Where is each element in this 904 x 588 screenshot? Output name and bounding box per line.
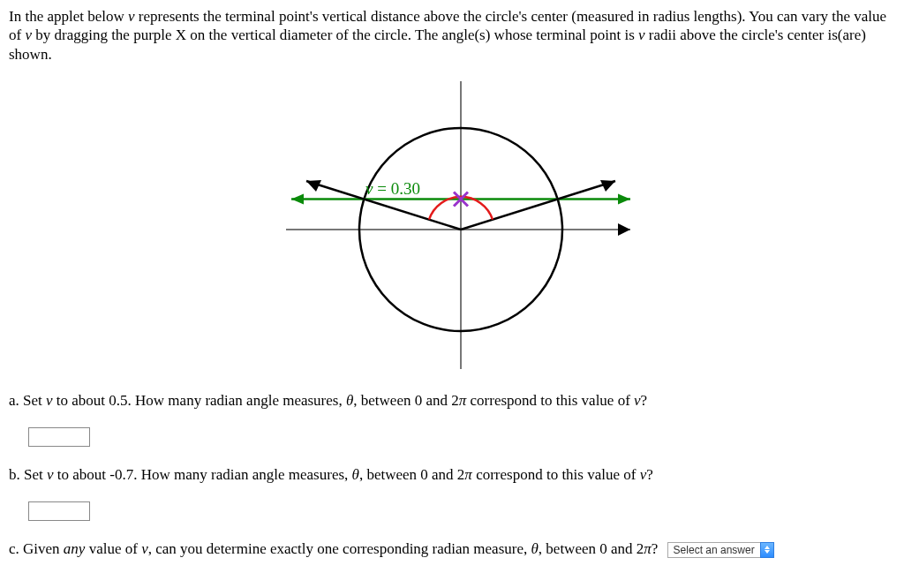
select-stepper-icon [760, 542, 774, 558]
var-pi: π [644, 540, 652, 557]
qb-seg: , between 0 and 2 [359, 466, 464, 483]
applet-container: v = 0.30 [9, 71, 895, 371]
question-b: b. Set v to about -0.7. How many radian … [9, 466, 895, 484]
var-v: v [634, 392, 641, 409]
var-v: v [128, 8, 135, 25]
question-a: a. Set v to about 0.5. How many radian a… [9, 392, 895, 410]
var-pi: π [464, 466, 472, 483]
answer-input-b[interactable] [28, 501, 90, 521]
var-v: v [46, 392, 53, 409]
answer-select-c[interactable]: Select an answer [667, 542, 774, 558]
var-pi: π [459, 392, 467, 409]
qc-seg: c. Given [9, 540, 64, 557]
qb-seg: correspond to this value of [472, 466, 640, 483]
qc-seg: , between 0 and 2 [539, 540, 644, 557]
answer-input-a[interactable] [28, 427, 90, 447]
v-line-right-arrow [618, 193, 630, 204]
var-v: v [141, 540, 148, 557]
var-v: v [47, 466, 54, 483]
intro-seg: by dragging the purple X on the vertical… [32, 26, 638, 43]
var-theta: θ [352, 466, 359, 483]
qc-any: any [64, 540, 86, 557]
qc-seg: , can you determine exactly one correspo… [148, 540, 531, 557]
qa-seg: correspond to this value of [466, 392, 634, 409]
intro-text: In the applet below v represents the ter… [9, 7, 895, 64]
qb-seg: ? [646, 466, 653, 483]
question-c: c. Given any value of v, can you determi… [9, 540, 895, 558]
qa-seg: ? [641, 392, 648, 409]
var-v: v [638, 26, 645, 43]
v-label: v = 0.30 [365, 179, 420, 198]
qa-seg: to about 0.5. How many radian angle meas… [53, 392, 346, 409]
qc-seg: ? [652, 540, 659, 557]
intro-seg: In the applet below [9, 8, 128, 25]
qa-seg: a. Set [9, 392, 46, 409]
qb-seg: to about -0.7. How many radian angle mea… [54, 466, 352, 483]
qa-seg: , between 0 and 2 [353, 392, 458, 409]
qc-seg: value of [85, 540, 141, 557]
qb-seg: b. Set [9, 466, 47, 483]
var-theta: θ [531, 540, 538, 557]
select-placeholder: Select an answer [667, 542, 760, 558]
v-line-left-arrow [291, 193, 304, 204]
var-v: v [25, 26, 32, 43]
x-axis-arrowhead [618, 223, 630, 236]
unit-circle-applet[interactable]: v = 0.30 [231, 71, 673, 371]
